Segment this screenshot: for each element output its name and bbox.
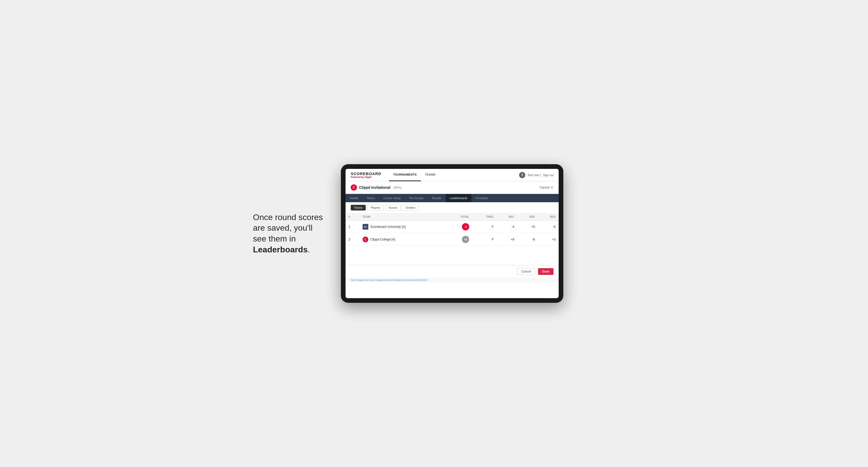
tab-tee-groups[interactable]: Tee Groups bbox=[405, 194, 428, 202]
thru-2: F bbox=[472, 233, 497, 246]
description-text: Once round scores are saved, you'll see … bbox=[253, 212, 326, 255]
team-name-1: Scoreboard University [A] bbox=[370, 225, 406, 228]
col-rank: # bbox=[345, 213, 360, 221]
status-url: https://stage-blue-coach.stagescoreboard… bbox=[351, 279, 427, 281]
col-thru: THRU bbox=[472, 213, 497, 221]
score-badge-2: +3 bbox=[462, 236, 469, 243]
tab-details[interactable]: Details bbox=[345, 194, 363, 202]
total-1: -5 bbox=[446, 221, 472, 233]
save-button[interactable]: Save bbox=[538, 268, 554, 275]
filter-players[interactable]: Players bbox=[367, 205, 383, 211]
tablet-screen: SCOREBOARD Powered by clippd TOURNAMENTS… bbox=[345, 169, 559, 298]
col-rd1: RD1 bbox=[497, 213, 518, 221]
cancel-button-top[interactable]: Cancel ✕ bbox=[540, 185, 554, 190]
user-avatar: S bbox=[519, 172, 525, 178]
tournament-name: Clippd Invitational bbox=[359, 185, 390, 190]
col-rd2: RD2 bbox=[517, 213, 538, 221]
user-name: Test User | bbox=[527, 174, 541, 177]
team-logo-2: C bbox=[363, 237, 368, 242]
rank-1: 1 bbox=[345, 221, 360, 233]
nav-links: TOURNAMENTS TEAMS bbox=[389, 169, 519, 181]
table-row: 2 C Clippd College [A] +3 F bbox=[345, 233, 559, 246]
tournament-logo: C bbox=[351, 184, 357, 191]
tournament-sub: (Men) bbox=[393, 186, 401, 189]
cancel-button-footer[interactable]: Cancel bbox=[517, 268, 535, 275]
filter-teams[interactable]: Teams bbox=[351, 205, 366, 211]
content-area: # TEAM TOTAL THRU RD1 RD2 RD3 1 bbox=[345, 213, 559, 265]
nav-right: S Test User | Sign out bbox=[519, 172, 554, 178]
tournament-info: C Clippd Invitational (Men) bbox=[351, 184, 402, 191]
team-logo-1: SU bbox=[363, 224, 368, 229]
rd2-1: +5 bbox=[517, 221, 538, 233]
tournament-header: C Clippd Invitational (Men) Cancel ✕ bbox=[345, 181, 559, 194]
filter-strokes[interactable]: Strokes bbox=[402, 205, 418, 211]
tab-results[interactable]: Results bbox=[428, 194, 446, 202]
col-rd3: RD3 bbox=[538, 213, 559, 221]
logo-subtitle: Powered by clippd bbox=[351, 176, 381, 179]
team-name-2: Clippd College [A] bbox=[370, 238, 395, 241]
tablet-frame: SCOREBOARD Powered by clippd TOURNAMENTS… bbox=[341, 164, 563, 303]
logo-title: SCOREBOARD bbox=[351, 172, 381, 176]
rd1-1: -4 bbox=[497, 221, 518, 233]
rd2-2: -8 bbox=[517, 233, 538, 246]
filter-scores[interactable]: Scores bbox=[385, 205, 401, 211]
nav-teams[interactable]: TEAMS bbox=[421, 169, 440, 181]
filter-bar: Teams Players Scores Strokes bbox=[345, 202, 559, 213]
sub-tabs: Details Teams Course Setup Tee Groups Re… bbox=[345, 194, 559, 202]
leaderboards-emphasis: Leaderboards bbox=[253, 245, 308, 254]
description-block: Once round scores are saved, you'll see … bbox=[253, 212, 326, 255]
thru-1: F bbox=[472, 221, 497, 233]
cancel-label: Cancel bbox=[540, 186, 549, 189]
rd1-2: +8 bbox=[497, 233, 518, 246]
team-cell-2: C Clippd College [A] bbox=[360, 233, 446, 246]
footer-bar: Cancel Save bbox=[345, 265, 559, 278]
rd3-2: +3 bbox=[538, 233, 559, 246]
nav-tournaments[interactable]: TOURNAMENTS bbox=[389, 169, 421, 181]
rd3-1: -6 bbox=[538, 221, 559, 233]
tab-teams[interactable]: Teams bbox=[363, 194, 379, 202]
close-icon: ✕ bbox=[550, 185, 554, 190]
total-2: +3 bbox=[446, 233, 472, 246]
score-badge-1: -5 bbox=[462, 223, 469, 230]
tab-printables[interactable]: Printables bbox=[471, 194, 492, 202]
status-bar: https://stage-blue-coach.stagescoreboard… bbox=[345, 278, 559, 282]
leaderboard-table: # TEAM TOTAL THRU RD1 RD2 RD3 1 bbox=[345, 213, 559, 246]
sign-out-link[interactable]: Sign out bbox=[543, 174, 554, 177]
tab-leaderboards[interactable]: Leaderboards bbox=[446, 194, 471, 202]
table-header-row: # TEAM TOTAL THRU RD1 RD2 RD3 bbox=[345, 213, 559, 221]
tab-course-setup[interactable]: Course Setup bbox=[379, 194, 405, 202]
col-total: TOTAL bbox=[446, 213, 472, 221]
logo-area: SCOREBOARD Powered by clippd bbox=[351, 172, 381, 179]
team-info-2: C Clippd College [A] bbox=[363, 237, 442, 242]
table-row: 1 SU Scoreboard University [A] -5 F bbox=[345, 221, 559, 233]
col-team: TEAM bbox=[360, 213, 446, 221]
top-nav: SCOREBOARD Powered by clippd TOURNAMENTS… bbox=[345, 169, 559, 181]
page-wrapper: Once round scores are saved, you'll see … bbox=[253, 164, 615, 303]
team-info-1: SU Scoreboard University [A] bbox=[363, 224, 442, 229]
team-cell-1: SU Scoreboard University [A] bbox=[360, 221, 446, 233]
rank-2: 2 bbox=[345, 233, 360, 246]
